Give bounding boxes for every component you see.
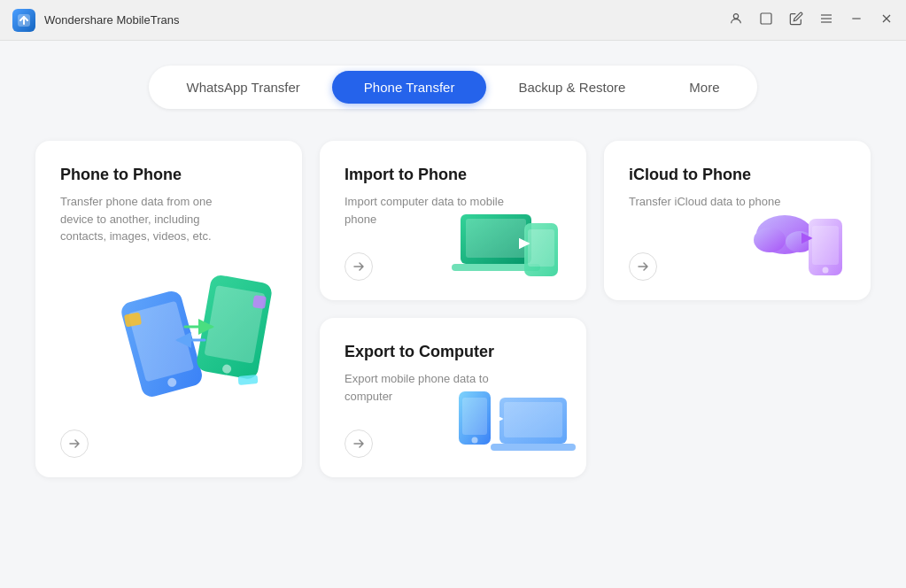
window-icon[interactable] <box>759 12 773 29</box>
svg-rect-19 <box>466 219 526 258</box>
svg-point-24 <box>754 228 786 252</box>
tab-phone-transfer[interactable]: Phone Transfer <box>332 71 487 104</box>
edit-icon[interactable] <box>789 12 803 29</box>
menu-icon[interactable] <box>819 12 833 29</box>
card-export-arrow[interactable] <box>345 429 373 458</box>
card-export-to-computer[interactable]: Export to Computer Export mobile phone d… <box>320 318 586 477</box>
card-phone-to-phone-desc: Transfer phone data from one device to a… <box>60 193 237 245</box>
tab-backup[interactable]: Backup & Restore <box>486 71 657 104</box>
minimize-button[interactable] <box>849 12 863 29</box>
card-icloud-arrow[interactable] <box>629 252 657 281</box>
card-icloud-title: iCloud to Phone <box>629 166 846 184</box>
close-button[interactable] <box>879 12 894 29</box>
svg-point-1 <box>733 13 738 18</box>
svg-rect-27 <box>812 226 839 265</box>
tab-whatsapp[interactable]: WhatsApp Transfer <box>154 71 331 104</box>
cards-grid: Phone to Phone Transfer phone data from … <box>35 141 871 477</box>
svg-point-28 <box>823 267 829 274</box>
card-import-title: Import to Phone <box>345 166 561 184</box>
svg-rect-34 <box>491 444 576 451</box>
titlebar: Wondershare MobileTrans <box>0 0 906 41</box>
card-phone-to-phone-title: Phone to Phone <box>60 166 277 184</box>
app-logo <box>12 9 35 32</box>
card-phone-to-phone[interactable]: Phone to Phone Transfer phone data from … <box>35 141 302 477</box>
card-icloud-to-phone[interactable]: iCloud to Phone Transfer iCloud data to … <box>604 141 871 300</box>
phone-to-phone-illustration <box>107 238 293 424</box>
main-content: WhatsApp Transfer Phone Transfer Backup … <box>0 41 906 588</box>
svg-rect-30 <box>462 398 487 435</box>
card-phone-to-phone-arrow[interactable] <box>60 429 89 458</box>
icloud-illustration <box>736 192 860 290</box>
card-import-arrow[interactable] <box>345 252 373 281</box>
account-icon[interactable] <box>729 12 743 29</box>
card-import-to-phone[interactable]: Import to Phone Import computer data to … <box>320 141 586 300</box>
svg-rect-33 <box>504 402 562 437</box>
svg-rect-17 <box>238 375 259 385</box>
card-export-title: Export to Computer <box>345 343 561 361</box>
svg-rect-22 <box>528 229 554 267</box>
svg-rect-2 <box>761 13 771 24</box>
import-illustration <box>452 192 576 290</box>
tab-more[interactable]: More <box>657 71 751 104</box>
app-title: Wondershare MobileTrans <box>44 13 729 27</box>
nav-tabs: WhatsApp Transfer Phone Transfer Backup … <box>149 66 756 109</box>
window-controls <box>729 12 894 29</box>
svg-point-31 <box>472 437 478 444</box>
export-illustration <box>452 369 576 467</box>
svg-rect-16 <box>252 295 267 309</box>
